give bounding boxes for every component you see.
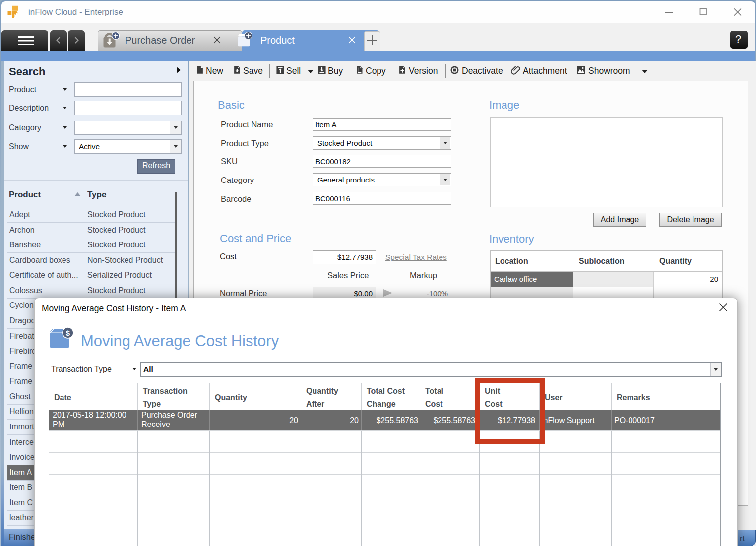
svg-text:$: $ (66, 329, 70, 337)
